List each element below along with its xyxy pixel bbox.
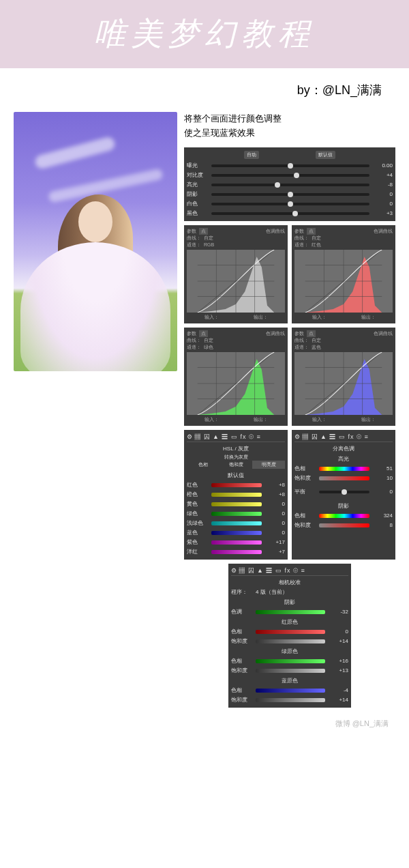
tint-slider[interactable]	[256, 610, 325, 614]
split-tone-panel: ⚙▦ 囚 ▲ ☰ ▭ fx ⦾ ≡ 分离色调 高光 色相51 饱和度10 平衡0…	[292, 430, 395, 560]
slider-row: 黑色 +3	[187, 209, 393, 218]
hsl-slider[interactable]	[211, 483, 262, 487]
title-banner: 唯美梦幻教程	[0, 0, 409, 68]
slider-row: 阴影 0	[187, 190, 393, 199]
hsl-slider[interactable]	[211, 521, 262, 525]
balance-slider[interactable]	[319, 491, 369, 493]
curve-canvas[interactable]	[294, 352, 393, 415]
default-button[interactable]: 默认值	[316, 151, 335, 159]
slider-row: 对比度 +4	[187, 171, 393, 180]
slider-track[interactable]	[211, 184, 369, 186]
content-wrap: 将整个画面进行颜色调整 使之呈现蓝紫效果 自动 默认值 曝光 0.00 对比度 …	[0, 112, 409, 721]
hsl-slider[interactable]	[211, 540, 262, 545]
left-column	[14, 112, 177, 708]
calib-hue-slider[interactable]	[256, 630, 325, 634]
calib-sat-slider[interactable]	[256, 669, 325, 673]
slider-track[interactable]	[211, 203, 369, 205]
hsl-panel: ⚙▦ 囚 ▲ ☰ ▭ fx ⦾ ≡ HSL / 灰度 转换为灰度 色相 饱和度 …	[184, 430, 288, 560]
auto-button[interactable]: 自动	[244, 151, 259, 159]
hsl-slider[interactable]	[211, 531, 262, 535]
calibration-panel: ⚙▦ 囚 ▲ ☰ ▭ fx ⦾ ≡ 相机校准 程序：4 版（当前） 阴影 色调-…	[228, 564, 351, 708]
curve-panel-RGB: 参数点色调曲线 曲线：自定 通道：RGB 输入：输出：	[184, 225, 288, 323]
slider-track[interactable]	[211, 212, 369, 215]
slider-track[interactable]	[211, 193, 369, 196]
calib-sat-slider[interactable]	[256, 639, 325, 643]
sh-sat-slider[interactable]	[319, 523, 369, 527]
hi-hue-slider[interactable]	[319, 467, 369, 471]
slider-track[interactable]	[211, 164, 369, 167]
profile-select[interactable]: 4 版（当前）	[256, 588, 288, 596]
right-column: 将整个画面进行颜色调整 使之呈现蓝紫效果 自动 默认值 曝光 0.00 对比度 …	[184, 112, 395, 708]
hsl-slider[interactable]	[211, 550, 262, 554]
byline: by：@LN_满满	[0, 82, 409, 98]
sample-photo	[14, 112, 177, 371]
gear-icon[interactable]: ⚙	[231, 567, 237, 574]
hsl-slider[interactable]	[211, 502, 262, 506]
tab-lum[interactable]: 明亮度	[252, 461, 285, 469]
curve-canvas[interactable]	[294, 250, 393, 313]
gear-icon[interactable]: ⚙	[294, 433, 301, 440]
description: 将整个画面进行颜色调整 使之呈现蓝紫效果	[184, 112, 395, 141]
curve-panel-绿色: 参数点色调曲线 曲线：自定 通道：绿色 输入：输出：	[184, 328, 288, 426]
gear-icon[interactable]: ⚙	[187, 433, 193, 440]
hsl-slider[interactable]	[211, 512, 262, 516]
hsl-tabs: 色相 饱和度 明亮度	[187, 461, 285, 469]
tab-sat[interactable]: 饱和度	[219, 461, 252, 469]
curve-canvas[interactable]	[187, 250, 285, 313]
watermark: 微博 @LN_满满	[0, 719, 409, 729]
slider-track[interactable]	[211, 174, 369, 177]
tab-hue[interactable]: 色相	[187, 461, 219, 469]
slider-row: 曝光 0.00	[187, 161, 393, 171]
calib-hue-slider[interactable]	[256, 689, 325, 693]
basic-panel: 自动 默认值 曝光 0.00 对比度 +4 高光 -8 阴影 0 白色 0 黑色	[184, 147, 395, 221]
curves-grid: 参数点色调曲线 曲线：自定 通道：RGB 输入：输出： 参数点色调曲线 曲线：	[184, 225, 395, 426]
curve-panel-红色: 参数点色调曲线 曲线：自定 通道：红色 输入：输出：	[292, 225, 395, 323]
calib-sat-slider[interactable]	[256, 698, 325, 702]
hi-sat-slider[interactable]	[319, 476, 369, 480]
curve-panel-蓝色: 参数点色调曲线 曲线：自定 通道：蓝色 输入：输出：	[292, 328, 395, 426]
hsl-slider[interactable]	[211, 493, 262, 497]
sh-hue-slider[interactable]	[319, 514, 369, 518]
calib-hue-slider[interactable]	[256, 659, 325, 663]
slider-row: 白色 0	[187, 199, 393, 209]
slider-row: 高光 -8	[187, 180, 393, 190]
title-text: 唯美梦幻教程	[94, 13, 315, 55]
curve-canvas[interactable]	[187, 352, 285, 415]
